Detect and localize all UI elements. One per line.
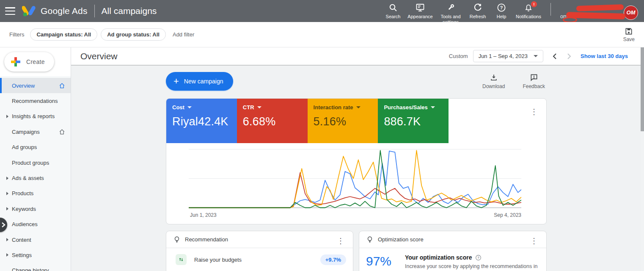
new-campaign-button[interactable]: + New campaign [166,72,233,91]
campaign-status-chip[interactable]: Campaign status: All [30,28,97,41]
metric-cost[interactable]: Cost Riyal42.4K [166,99,237,143]
appearance-label: Appearance [407,14,432,19]
sidebar-item-content[interactable]: Content [0,232,71,247]
optimization-score-block: 97% [366,254,393,271]
download-icon [490,73,498,82]
sidebar-item-label: Keywords [12,206,36,212]
chart-card-menu-button[interactable]: ⋮ [528,106,539,117]
create-label: Create [26,58,45,65]
metric-value: 6.68% [243,115,302,128]
tools-settings-button[interactable]: Tools and settings [435,3,466,25]
save-button[interactable]: Save [623,27,635,42]
sidebar-item-label: Recommendations [12,98,58,104]
plus-multicolor-icon [11,57,20,66]
help-button[interactable]: ? Help [490,3,513,19]
create-area: Create [0,47,71,76]
sidebar-item-label: Ads & assets [12,175,44,181]
date-range-type-label: Custom [449,53,468,59]
date-range-select[interactable]: Jun 1 – Sep 4, 2023 [473,50,543,62]
ad-group-status-chip[interactable]: Ad group status: All [101,28,166,41]
metric-selector-row: Cost Riyal42.4K CTR 6.68% Interaction ra… [166,99,546,143]
sidebar-item-overview[interactable]: Overview [0,78,71,93]
optimization-body-text: Increase your score by applying the reco… [405,263,545,271]
feedback-button[interactable]: Feedback [523,73,545,89]
recommendation-item[interactable]: Raise your budgets +9.7% [166,248,353,271]
metric-interaction-rate[interactable]: Interaction rate 5.16% [308,99,378,143]
raise-budgets-icon [176,254,187,265]
recommendation-card-menu-button[interactable]: ⋮ [335,235,346,246]
next-period-button[interactable] [562,53,576,60]
metric-label: Cost [172,104,184,111]
metric-value: Riyal42.4K [172,115,231,128]
home-icon [59,83,65,89]
feedback-icon [530,73,538,82]
recommendation-card: Recommendation ⋮ Raise your budgets +9.7… [166,231,353,271]
refresh-icon [473,3,482,12]
sidebar-item-audiences[interactable]: Audiences [0,217,71,232]
metric-purchases-sales[interactable]: Purchases/Sales 886.7K [378,99,449,143]
vertical-scrollbar[interactable] [641,47,644,271]
avatar[interactable]: OM [624,6,638,20]
account-info[interactable]: om OM [560,3,638,22]
sidebar-item-product-groups[interactable]: Product groups [0,155,71,170]
nav-list: Overview Recommendations Insights & repo… [0,76,71,271]
download-button[interactable]: Download [482,73,505,89]
chevron-down-icon [534,55,538,57]
metric-value: 886.7K [384,115,443,128]
topbar-divider [550,3,551,16]
menu-icon[interactable] [5,7,15,15]
sidebar-item-insights-reports[interactable]: Insights & reports [0,109,71,124]
sidebar-item-products[interactable]: Products [0,186,71,201]
notification-badge: ! [531,1,537,7]
chevron-left-icon [553,53,557,60]
sidebar-item-campaigns[interactable]: Campaigns [0,124,71,139]
google-ads-logo-icon [22,5,36,17]
chevron-right-icon [6,177,8,180]
svg-text:?: ? [478,256,480,260]
plus-icon: + [173,77,179,86]
sidebar-item-change-history[interactable]: Change history [0,263,71,271]
metric-ctr[interactable]: CTR 6.68% [237,99,308,143]
help-circle-icon[interactable]: ? [475,254,482,261]
redaction-scribble [576,4,624,11]
chevron-right-icon [567,53,571,60]
appearance-button[interactable]: Appearance [405,3,435,19]
sidebar-item-settings[interactable]: Settings [0,247,71,263]
overview-chart-card: Cost Riyal42.4K CTR 6.68% Interaction ra… [166,98,547,224]
scrollbar-thumb[interactable] [641,47,644,131]
chevron-right-icon [6,207,8,210]
sidebar-item-label: Products [12,190,33,196]
sidebar-item-keywords[interactable]: Keywords [0,201,71,216]
sidebar-item-ad-groups[interactable]: Ad groups [0,140,71,155]
metric-value: 5.16% [314,115,372,128]
chevron-right-icon [6,253,8,257]
optimization-card-menu-button[interactable]: ⋮ [528,235,539,246]
sidebar-item-recommendations[interactable]: Recommendations [0,93,71,108]
save-icon [625,27,633,36]
sidebar-item-label: Overview [12,83,35,89]
previous-period-button[interactable] [548,53,562,60]
add-filter-button[interactable]: Add filter [173,31,194,38]
feedback-label: Feedback [523,83,545,89]
chevron-down-icon [431,106,435,108]
refresh-button[interactable]: Refresh [466,3,490,19]
sidebar-item-label: Insights & reports [12,113,55,119]
create-button[interactable]: Create [4,52,54,72]
sidebar-item-ads-assets[interactable]: Ads & assets [0,170,71,185]
show-last-30-days-link[interactable]: Show last 30 days [581,53,628,59]
metric-label: Purchases/Sales [384,104,427,111]
notifications-button[interactable]: ! Notifications [513,3,544,19]
search-button[interactable]: Search [381,3,405,19]
sidebar-item-label: Campaigns [12,129,40,135]
optimization-score-value: 97% [366,254,393,268]
download-label: Download [482,83,505,89]
search-icon [388,3,398,12]
wrench-icon [446,3,455,12]
main-content: + New campaign Download Feedback Cost Ri… [71,66,641,271]
top-app-bar: Google Ads All campaigns Search Appearan… [0,0,644,22]
left-navigation: Create Overview Recommendations Insights… [0,47,71,271]
sidebar-item-label: Audiences [12,221,38,227]
time-series-chart [189,146,521,210]
sidebar-item-label: Product groups [12,160,49,166]
account-text-masked: om [560,4,624,21]
